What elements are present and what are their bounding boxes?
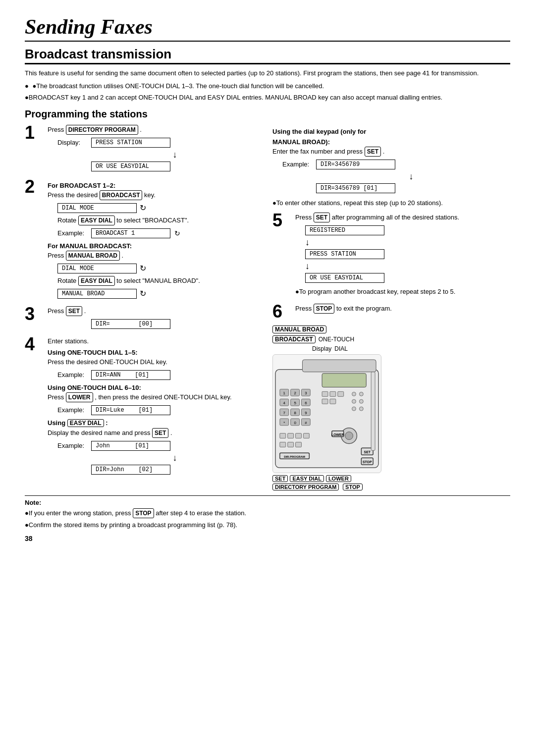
manual-broad-text: Press MANUAL BROAD . (48, 251, 263, 261)
svg-text:STOP: STOP (363, 460, 372, 464)
svg-rect-44 (296, 442, 302, 447)
step-2-content: For BROADCAST 1–2: Press the desired BRO… (45, 179, 263, 301)
page-number: 38 (25, 535, 510, 542)
svg-rect-27 (322, 391, 328, 396)
display-4b: DIR=Luke [01] (91, 405, 170, 415)
arrow-4: ↓ (87, 453, 263, 462)
svg-text:SET: SET (364, 450, 371, 454)
display-4c: John [01] (91, 441, 170, 451)
step-5-number: 5 (272, 212, 292, 229)
set-diagram-label: SET (272, 475, 288, 482)
dial-mode-display: DIAL MODE ↻ (57, 202, 263, 214)
enter-fax-text: Enter the fax number and press SET . (272, 147, 510, 157)
svg-text:0: 0 (294, 420, 296, 425)
step-3-text: Press SET . (48, 306, 263, 316)
svg-text:3: 3 (305, 391, 307, 395)
step-1-text: Press DIRECTORY PROGRAM . (48, 125, 263, 135)
step-5: 5 Press SET after programming all of the… (272, 213, 510, 299)
svg-rect-41 (303, 433, 309, 438)
svg-text:5: 5 (294, 401, 296, 405)
svg-text:*: * (283, 420, 285, 425)
diagram-labels-row3: Display DIAL (272, 345, 348, 352)
display-label-1: Display: (57, 139, 87, 146)
display-5b: PRESS STATION (305, 249, 384, 259)
display-5c: OR USE EASYDIAL (305, 273, 384, 283)
svg-text:4: 4 (283, 401, 286, 405)
right-column: Using the dial keypad (only for MANUAL B… (272, 125, 510, 490)
intro-bullet-2: ●BROADCAST key 1 and 2 can accept ONE-TO… (25, 93, 510, 103)
step-4-example3: Example: John [01] (57, 440, 263, 452)
step-4-example2: Example: DIR=Luke [01] (57, 404, 263, 416)
step-2-rotate2: Rotate EASY DIAL to select "MANUAL BROAD… (57, 276, 263, 286)
arrow-5a: ↓ (305, 238, 510, 247)
manual-broad-diagram-label: MANUAL BROAD (272, 325, 326, 333)
step-5-note: ●To program another broadcast key, repea… (295, 287, 510, 297)
svg-text:6: 6 (305, 401, 307, 405)
svg-rect-55 (371, 372, 375, 450)
easy-dial-diagram-label: EASY DIAL (290, 475, 323, 482)
step-4-number: 4 (25, 335, 45, 353)
step-6-text: Press STOP to exit the program. (295, 304, 510, 314)
display-4d: DIR=John [02] (91, 465, 170, 475)
step-2-heading: For BROADCAST 1–2: (48, 182, 263, 189)
svg-rect-40 (296, 433, 302, 438)
manual-broadcast-heading: For MANUAL BROADCAST: (48, 242, 263, 250)
display-4a: DIR=ANN [01] (91, 370, 170, 380)
step-5-display1: REGISTERED (305, 224, 510, 236)
intro-bullet-1: ●The broadcast function utilises ONE-TOU… (25, 81, 510, 91)
one-touch-heading-1: Using ONE-TOUCH DIAL 1–5: (48, 349, 263, 356)
step-4-example3b: DIR=John [02] (57, 464, 263, 476)
step-6-number: 6 (272, 303, 292, 321)
step-2-text: Press the desired BROADCAST key. (48, 190, 263, 200)
arrow-right-1: ↓ (312, 172, 510, 181)
step-1-number: 1 (25, 124, 45, 142)
display-1b: OR USE EASYDIAL (91, 162, 170, 171)
svg-rect-2 (322, 373, 366, 387)
manual-dial-mode: DIAL MODE ↻ (57, 263, 263, 274)
svg-text:1: 1 (283, 391, 286, 395)
svg-rect-1 (302, 360, 376, 372)
dial-keypad-heading: Using the dial keypad (only for (272, 128, 510, 135)
svg-rect-28 (330, 391, 336, 396)
right-example2: DIR=3456789 [01] (282, 182, 510, 194)
svg-text:8: 8 (294, 410, 296, 415)
step-2-number: 2 (25, 178, 45, 196)
display-2c: MANUAL BROAD (57, 289, 137, 299)
step-4-text: Enter stations. (48, 336, 263, 346)
easy-dial-heading: Using EASY DIAL : (48, 419, 263, 427)
broadcast-1-display: BROADCAST 1 (91, 228, 170, 238)
svg-rect-42 (280, 442, 286, 447)
programming-title: Programming the stations (25, 108, 510, 120)
arrow-1: ↓ (87, 150, 263, 159)
intro-text-1: This feature is useful for sending the s… (25, 68, 510, 78)
repeat-note: ●To enter other stations, repeat this st… (272, 198, 510, 208)
broadcast-key: BROADCAST (100, 190, 143, 200)
step-5-display3: OR USE EASYDIAL (305, 272, 510, 284)
step-4-content: Enter stations. Using ONE-TOUCH DIAL 1–5… (45, 336, 263, 477)
svg-point-34 (352, 399, 356, 403)
svg-rect-30 (322, 399, 328, 404)
svg-text:#: # (305, 420, 307, 425)
stop-key: STOP (314, 304, 334, 314)
step-2-example: Example: BROADCAST 1 ↻ (57, 227, 263, 239)
svg-rect-29 (338, 391, 344, 396)
step-5-text: Press SET after programming all of the d… (295, 213, 510, 222)
svg-point-37 (359, 407, 363, 411)
svg-text:LOWER: LOWER (331, 432, 344, 436)
manual-broad-display: MANUAL BROAD ↻ (57, 288, 263, 300)
step-4-example1: Example: DIR=ANN [01] (57, 369, 263, 381)
note-title: Note: (25, 499, 510, 506)
display-1a: PRESS STATION (91, 138, 170, 148)
fax-machine-svg: 1 2 3 4 5 6 7 8 (272, 354, 381, 473)
set-key-4: SET (152, 428, 168, 438)
display-3: DIR= [00] (91, 319, 170, 329)
diagram-labels-row2: BROADCAST ONE-TOUCH (272, 335, 354, 343)
set-key-3: SET (66, 306, 82, 316)
note-bullet-2: ●Confirm the stored items by printing a … (25, 520, 510, 530)
manual-broad-subheading: MANUAL BROAD): (272, 138, 510, 146)
step-3-display: DIR= [00] (57, 318, 263, 330)
svg-rect-43 (288, 442, 294, 447)
step-2-rotate: Rotate EASY DIAL to select "BROADCAST". (57, 216, 263, 225)
svg-rect-38 (280, 433, 286, 438)
svg-text:2: 2 (294, 391, 296, 395)
